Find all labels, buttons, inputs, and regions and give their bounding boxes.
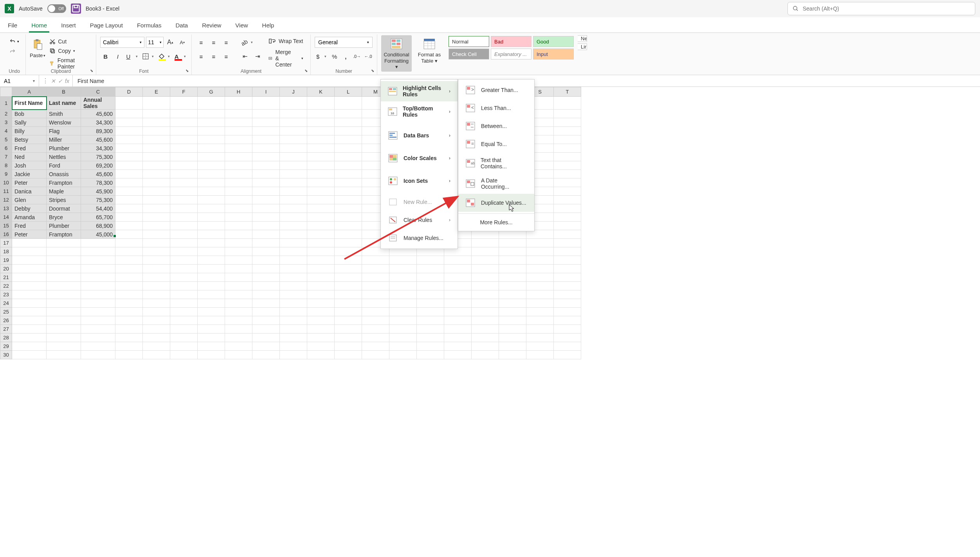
row-header[interactable]: 10 (0, 178, 12, 187)
cell[interactable] (335, 308, 362, 316)
cell[interactable]: Josh (12, 161, 47, 170)
cell[interactable] (12, 282, 47, 290)
row-header[interactable]: 6 (0, 144, 12, 153)
cell[interactable]: 34,300 (81, 118, 115, 127)
cell[interactable] (472, 290, 499, 299)
cell[interactable] (526, 256, 554, 265)
cell[interactable] (307, 265, 335, 273)
col-header-J[interactable]: J (280, 87, 307, 97)
cell[interactable] (170, 144, 198, 153)
cell[interactable] (554, 178, 581, 187)
save-icon[interactable] (71, 4, 81, 14)
cell[interactable] (170, 153, 198, 161)
cell[interactable] (47, 282, 81, 290)
menu-top-bottom-rules[interactable]: 10 Top/Bottom Rules› (381, 101, 458, 122)
cell[interactable] (389, 325, 417, 333)
cell[interactable] (252, 342, 280, 351)
cell[interactable] (280, 325, 307, 333)
cell[interactable] (81, 282, 115, 290)
cell[interactable] (554, 196, 581, 204)
cell[interactable] (143, 256, 170, 265)
cell[interactable] (444, 325, 472, 333)
cell[interactable] (143, 325, 170, 333)
cell[interactable] (335, 239, 362, 247)
tab-file[interactable]: File (6, 19, 19, 32)
menu-highlight-cells-rules[interactable]: Highlight Cells Rules› (381, 81, 458, 101)
cell[interactable] (335, 247, 362, 256)
cell[interactable] (526, 342, 554, 351)
cell[interactable] (554, 265, 581, 273)
row-header[interactable]: 4 (0, 127, 12, 135)
cell[interactable] (143, 247, 170, 256)
bold-button[interactable]: B (100, 51, 111, 62)
cell[interactable] (252, 239, 280, 247)
orientation-button[interactable]: ab▾ (240, 37, 254, 48)
cell[interactable] (307, 161, 335, 170)
cell[interactable] (472, 351, 499, 359)
cell[interactable] (389, 256, 417, 265)
cell[interactable] (170, 325, 198, 333)
cell[interactable] (12, 351, 47, 359)
cell[interactable] (554, 325, 581, 333)
cell[interactable] (335, 196, 362, 204)
row-header[interactable]: 9 (0, 170, 12, 178)
increase-font-button[interactable]: A▴ (165, 37, 176, 48)
cell[interactable] (225, 351, 252, 359)
cell[interactable] (554, 351, 581, 359)
cell[interactable] (225, 204, 252, 213)
cell[interactable] (362, 351, 389, 359)
cell[interactable] (225, 316, 252, 325)
align-bottom-button[interactable]: ≡ (221, 37, 232, 48)
cell[interactable] (143, 290, 170, 299)
cell[interactable] (81, 333, 115, 342)
cell[interactable] (362, 333, 389, 342)
cell[interactable] (444, 342, 472, 351)
cell[interactable] (143, 222, 170, 230)
cell[interactable]: Frampton (47, 178, 81, 187)
cell[interactable]: Wenslow (47, 118, 81, 127)
cell[interactable] (170, 333, 198, 342)
cell[interactable] (499, 333, 526, 342)
cell[interactable] (170, 213, 198, 222)
cell[interactable] (280, 213, 307, 222)
cell[interactable] (472, 282, 499, 290)
cell[interactable] (143, 342, 170, 351)
cell[interactable] (280, 290, 307, 299)
row-header[interactable]: 15 (0, 222, 12, 230)
cell[interactable] (280, 316, 307, 325)
cell[interactable] (12, 333, 47, 342)
cell[interactable] (335, 127, 362, 135)
cell[interactable] (362, 290, 389, 299)
alignment-launcher[interactable]: ⬊ (303, 68, 309, 73)
cell[interactable] (499, 256, 526, 265)
cell[interactable] (143, 187, 170, 196)
cell[interactable] (499, 325, 526, 333)
cell[interactable] (47, 265, 81, 273)
cell[interactable] (225, 342, 252, 351)
cell[interactable] (143, 308, 170, 316)
cell[interactable] (554, 290, 581, 299)
cell[interactable] (362, 316, 389, 325)
cell[interactable]: Fred (12, 144, 47, 153)
row-header[interactable]: 28 (0, 333, 12, 342)
cell[interactable] (115, 230, 143, 239)
decrease-decimal-button[interactable]: ←.0 (363, 51, 373, 62)
tab-view[interactable]: View (234, 19, 249, 32)
col-header-C[interactable]: C (81, 87, 115, 97)
cell[interactable] (225, 256, 252, 265)
cell[interactable] (554, 97, 581, 110)
cell[interactable] (389, 316, 417, 325)
cell[interactable] (225, 127, 252, 135)
cell[interactable] (335, 230, 362, 239)
cell[interactable]: 68,900 (81, 222, 115, 230)
cell[interactable] (307, 273, 335, 282)
cell[interactable] (252, 161, 280, 170)
row-header[interactable]: 12 (0, 196, 12, 204)
cell[interactable]: Nettles (47, 153, 81, 161)
cell[interactable] (115, 127, 143, 135)
cell[interactable] (198, 265, 225, 273)
cell[interactable] (170, 342, 198, 351)
cell[interactable] (554, 299, 581, 308)
cell[interactable] (554, 170, 581, 178)
cell[interactable] (280, 127, 307, 135)
